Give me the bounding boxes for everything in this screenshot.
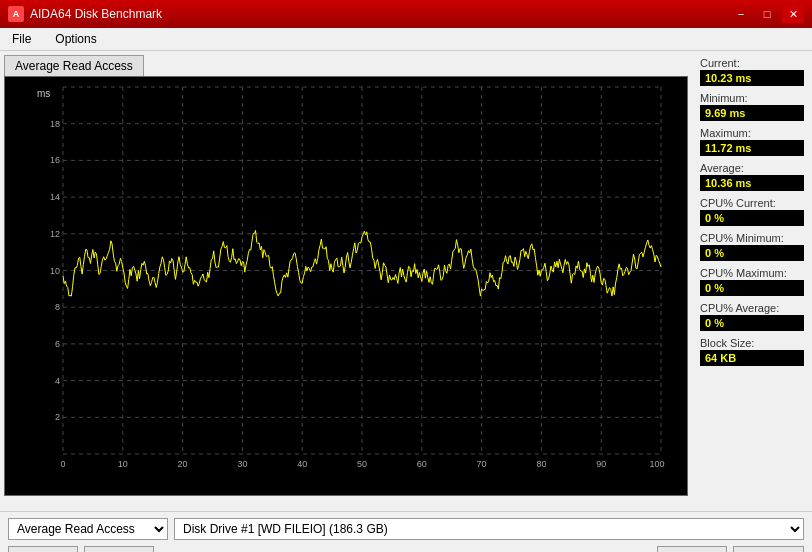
sidebar: Current: 10.23 ms Minimum: 9.69 ms Maxim… bbox=[692, 51, 812, 511]
window-controls: − □ ✕ bbox=[730, 5, 804, 23]
stat-cpu-minimum-label: CPU% Minimum: bbox=[700, 232, 804, 244]
stat-average-label: Average: bbox=[700, 162, 804, 174]
chart-container: 10:19 bbox=[4, 76, 688, 496]
stat-block-size-label: Block Size: bbox=[700, 337, 804, 349]
tab-average-read-access[interactable]: Average Read Access bbox=[4, 55, 144, 76]
chart-canvas bbox=[35, 77, 665, 472]
stat-average-value: 10.36 ms bbox=[700, 175, 804, 191]
stat-current-label: Current: bbox=[700, 57, 804, 69]
stat-cpu-minimum: CPU% Minimum: 0 % bbox=[700, 232, 804, 261]
test-type-select[interactable]: Average Read Access Linear Read Linear W… bbox=[8, 518, 168, 540]
menu-file[interactable]: File bbox=[4, 30, 39, 48]
bottom-bar: Average Read Access Linear Read Linear W… bbox=[0, 511, 812, 552]
title-bar: A AIDA64 Disk Benchmark − □ ✕ bbox=[0, 0, 812, 28]
chart-area: Average Read Access 10:19 bbox=[0, 51, 692, 511]
minimize-button[interactable]: − bbox=[730, 5, 752, 23]
stat-cpu-current-label: CPU% Current: bbox=[700, 197, 804, 209]
stat-current-value: 10.23 ms bbox=[700, 70, 804, 86]
stop-button[interactable]: Stop bbox=[84, 546, 154, 552]
stat-minimum-value: 9.69 ms bbox=[700, 105, 804, 121]
stat-minimum: Minimum: 9.69 ms bbox=[700, 92, 804, 121]
stat-cpu-minimum-value: 0 % bbox=[700, 245, 804, 261]
window-title: AIDA64 Disk Benchmark bbox=[30, 7, 162, 21]
bottom-row1: Average Read Access Linear Read Linear W… bbox=[8, 518, 804, 540]
clear-button[interactable]: Clear bbox=[733, 546, 804, 552]
app-icon: A bbox=[8, 6, 24, 22]
stat-minimum-label: Minimum: bbox=[700, 92, 804, 104]
main-area: Average Read Access 10:19 Current: 10.23… bbox=[0, 51, 812, 511]
stat-cpu-maximum-label: CPU% Maximum: bbox=[700, 267, 804, 279]
maximize-button[interactable]: □ bbox=[756, 5, 778, 23]
stat-maximum-label: Maximum: bbox=[700, 127, 804, 139]
stat-average: Average: 10.36 ms bbox=[700, 162, 804, 191]
stat-cpu-average: CPU% Average: 0 % bbox=[700, 302, 804, 331]
drive-select[interactable]: Disk Drive #1 [WD FILEIO] (186.3 GB) bbox=[174, 518, 804, 540]
stat-block-size-value: 64 KB bbox=[700, 350, 804, 366]
stat-cpu-current: CPU% Current: 0 % bbox=[700, 197, 804, 226]
stat-maximum: Maximum: 11.72 ms bbox=[700, 127, 804, 156]
stat-block-size: Block Size: 64 KB bbox=[700, 337, 804, 366]
stat-cpu-average-label: CPU% Average: bbox=[700, 302, 804, 314]
stat-cpu-maximum-value: 0 % bbox=[700, 280, 804, 296]
save-button[interactable]: Save bbox=[657, 546, 727, 552]
stat-maximum-value: 11.72 ms bbox=[700, 140, 804, 156]
menu-options[interactable]: Options bbox=[47, 30, 104, 48]
bottom-row2: Start Stop Save Clear bbox=[8, 546, 804, 552]
start-button[interactable]: Start bbox=[8, 546, 78, 552]
menu-bar: File Options bbox=[0, 28, 812, 51]
close-button[interactable]: ✕ bbox=[782, 5, 804, 23]
stat-cpu-average-value: 0 % bbox=[700, 315, 804, 331]
stat-current: Current: 10.23 ms bbox=[700, 57, 804, 86]
stat-cpu-current-value: 0 % bbox=[700, 210, 804, 226]
stat-cpu-maximum: CPU% Maximum: 0 % bbox=[700, 267, 804, 296]
